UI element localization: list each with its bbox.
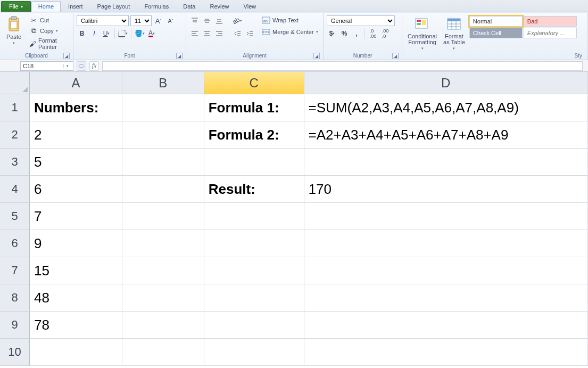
cell-B1[interactable] bbox=[122, 94, 204, 121]
format-painter-button[interactable]: 🖌 Format Painter bbox=[28, 37, 70, 51]
cell-C7[interactable] bbox=[204, 257, 304, 284]
bold-button[interactable]: B bbox=[77, 28, 87, 39]
cell-A10[interactable] bbox=[30, 339, 122, 366]
align-top-button[interactable] bbox=[189, 15, 200, 26]
increase-indent-button[interactable] bbox=[244, 28, 255, 39]
cell-D9[interactable] bbox=[304, 312, 588, 339]
percent-format-button[interactable]: % bbox=[339, 28, 350, 39]
decrease-indent-button[interactable] bbox=[232, 28, 243, 39]
dialog-launcher-icon[interactable]: ◢ bbox=[392, 53, 399, 59]
style-normal[interactable]: Normal bbox=[469, 16, 523, 27]
swoosh-icon[interactable] bbox=[77, 61, 86, 71]
tab-formulas[interactable]: Formulas bbox=[137, 1, 176, 12]
tab-view[interactable]: View bbox=[237, 1, 263, 12]
cell-B9[interactable] bbox=[122, 312, 204, 339]
file-tab[interactable]: File ▾ bbox=[1, 1, 31, 12]
tab-data[interactable]: Data bbox=[176, 1, 202, 12]
paste-button[interactable]: Paste ▾ bbox=[3, 14, 24, 46]
align-right-button[interactable] bbox=[214, 28, 225, 39]
row-header-2[interactable]: 2 bbox=[0, 121, 30, 149]
row-header-5[interactable]: 5 bbox=[0, 203, 30, 230]
tab-home[interactable]: Home bbox=[31, 1, 61, 12]
cell-C5[interactable] bbox=[204, 203, 304, 230]
tab-page-layout[interactable]: Page Layout bbox=[90, 1, 137, 12]
number-format-select[interactable]: General bbox=[327, 15, 395, 26]
dialog-launcher-icon[interactable]: ◢ bbox=[313, 53, 320, 59]
cell-C3[interactable] bbox=[204, 149, 304, 176]
dialog-launcher-icon[interactable]: ◢ bbox=[176, 53, 183, 59]
cell-A4[interactable]: 6 bbox=[30, 176, 122, 203]
cell-D4[interactable]: 170 bbox=[304, 176, 588, 203]
cell-A3[interactable]: 5 bbox=[30, 149, 122, 176]
cell-A1[interactable]: Numbers: bbox=[30, 94, 122, 121]
cell-B4[interactable] bbox=[122, 176, 204, 203]
font-color-button[interactable]: A▾ bbox=[146, 28, 157, 39]
cell-D5[interactable] bbox=[304, 203, 588, 230]
align-left-button[interactable] bbox=[189, 28, 200, 39]
tab-insert[interactable]: Insert bbox=[61, 1, 90, 12]
cell-B8[interactable] bbox=[122, 284, 204, 312]
name-box[interactable]: C18 ▾ bbox=[20, 61, 73, 71]
formula-input[interactable] bbox=[102, 61, 583, 71]
cell-B5[interactable] bbox=[122, 203, 204, 230]
col-header-C[interactable]: C bbox=[204, 72, 304, 94]
align-bottom-button[interactable] bbox=[214, 15, 225, 26]
row-header-8[interactable]: 8 bbox=[0, 284, 30, 312]
conditional-formatting-button[interactable]: Conditional Formatting▾ bbox=[405, 14, 439, 52]
font-size-select[interactable]: 11 bbox=[130, 15, 152, 26]
col-header-A[interactable]: A bbox=[30, 72, 122, 94]
copy-button[interactable]: ⧉ Copy ▾ bbox=[28, 26, 70, 36]
col-header-B[interactable]: B bbox=[122, 72, 204, 94]
row-header-6[interactable]: 6 bbox=[0, 230, 30, 257]
cell-A8[interactable]: 48 bbox=[30, 284, 122, 312]
row-header-7[interactable]: 7 bbox=[0, 257, 30, 284]
row-header-10[interactable]: 10 bbox=[0, 339, 30, 366]
cell-C8[interactable] bbox=[204, 284, 304, 312]
col-header-D[interactable]: D bbox=[304, 72, 588, 94]
dialog-launcher-icon[interactable]: ◢ bbox=[63, 53, 70, 59]
cell-B6[interactable] bbox=[122, 230, 204, 257]
style-explanatory[interactable]: Explanatory ... bbox=[524, 28, 577, 38]
merge-center-button[interactable]: Merge & Center ▾ bbox=[260, 27, 320, 37]
cell-D1[interactable]: =SUM(A2,A3,A4,A5,A6,A7,A8,A9) bbox=[304, 94, 588, 121]
cell-D3[interactable] bbox=[304, 149, 588, 176]
cell-C6[interactable] bbox=[204, 230, 304, 257]
style-bad[interactable]: Bad bbox=[524, 16, 577, 27]
cell-A6[interactable]: 9 bbox=[30, 230, 122, 257]
underline-button[interactable]: U▾ bbox=[101, 28, 112, 39]
cell-A7[interactable]: 15 bbox=[30, 257, 122, 284]
format-as-table-button[interactable]: Format as Table▾ bbox=[441, 14, 467, 52]
cell-A2[interactable]: 2 bbox=[30, 121, 122, 149]
row-header-9[interactable]: 9 bbox=[0, 312, 30, 339]
cell-A5[interactable]: 7 bbox=[30, 203, 122, 230]
shrink-font-button[interactable]: A˅ bbox=[165, 15, 176, 26]
fill-color-button[interactable]: 🪣▾ bbox=[134, 28, 145, 39]
font-name-select[interactable]: Calibri bbox=[77, 15, 129, 26]
tab-review[interactable]: Review bbox=[203, 1, 236, 12]
cell-C1[interactable]: Formula 1: bbox=[204, 94, 304, 121]
cell-D7[interactable] bbox=[304, 257, 588, 284]
cell-C10[interactable] bbox=[204, 339, 304, 366]
borders-button[interactable]: ▾ bbox=[118, 28, 128, 39]
italic-button[interactable]: I bbox=[89, 28, 100, 39]
increase-decimal-button[interactable]: .0.00 bbox=[368, 28, 378, 39]
cut-button[interactable]: ✂ Cut bbox=[28, 15, 70, 25]
insert-function-button[interactable]: fx bbox=[89, 61, 99, 71]
row-header-3[interactable]: 3 bbox=[0, 149, 30, 176]
align-center-button[interactable] bbox=[202, 28, 212, 39]
decrease-decimal-button[interactable]: .00.0 bbox=[380, 28, 391, 39]
orientation-button[interactable]: ab▾ bbox=[232, 15, 243, 26]
row-header-4[interactable]: 4 bbox=[0, 176, 30, 203]
cell-D2[interactable]: =A2+A3+A4+A5+A6+A7+A8+A9 bbox=[304, 121, 588, 149]
cell-C9[interactable] bbox=[204, 312, 304, 339]
comma-format-button[interactable]: , bbox=[351, 28, 362, 39]
align-middle-button[interactable] bbox=[202, 15, 212, 26]
cell-A9[interactable]: 78 bbox=[30, 312, 122, 339]
cell-B10[interactable] bbox=[122, 339, 204, 366]
cell-C2[interactable]: Formula 2: bbox=[204, 121, 304, 149]
grow-font-button[interactable]: A˄ bbox=[153, 15, 164, 26]
style-check-cell[interactable]: Check Cell bbox=[469, 28, 523, 38]
accounting-format-button[interactable]: $▾ bbox=[327, 28, 337, 39]
row-header-1[interactable]: 1 bbox=[0, 94, 30, 121]
cell-D8[interactable] bbox=[304, 284, 588, 312]
